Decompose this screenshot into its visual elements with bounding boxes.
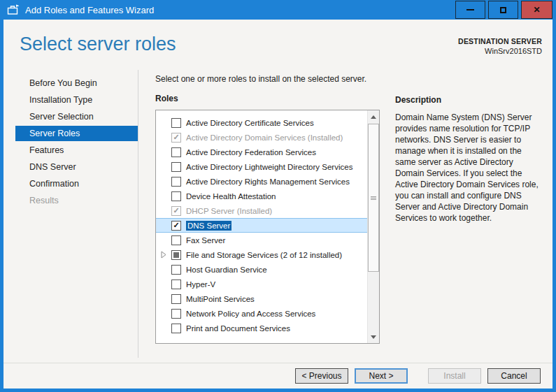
chevron-up-icon <box>371 115 376 119</box>
minimize-button[interactable] <box>455 1 485 19</box>
role-row-active-directory-domain-services-installed[interactable]: ✓Active Directory Domain Services (Insta… <box>156 130 367 145</box>
checkbox-unchecked[interactable] <box>171 265 181 275</box>
role-label: Active Directory Domain Services (Instal… <box>186 133 343 142</box>
window-border <box>553 20 556 392</box>
destination-label: DESTINATION SERVER <box>458 37 542 45</box>
window-border <box>0 20 3 392</box>
indeterminate-icon <box>173 252 179 258</box>
window-controls: ✕ <box>455 1 553 19</box>
role-row-active-directory-rights-management-services[interactable]: Active Directory Rights Management Servi… <box>156 174 367 189</box>
role-row-host-guardian-service[interactable]: Host Guardian Service <box>156 262 367 277</box>
role-label: Active Directory Lightweight Directory S… <box>186 163 352 171</box>
minimize-icon <box>466 9 474 10</box>
role-label: Host Guardian Service <box>186 266 267 274</box>
role-row-print-and-document-services[interactable]: Print and Document Services <box>156 321 367 335</box>
wizard-app-icon <box>7 4 20 15</box>
role-label: DNS Server <box>186 221 231 231</box>
checkbox-unchecked[interactable] <box>171 309 181 319</box>
window-border <box>0 389 556 392</box>
grip-icon <box>371 196 376 200</box>
sidebar-item-before-you-begin[interactable]: Before You Begin <box>15 75 138 91</box>
titlebar: Add Roles and Features Wizard ✕ <box>0 0 556 20</box>
scroll-up-button[interactable] <box>368 111 379 122</box>
role-label: Active Directory Rights Management Servi… <box>186 177 350 186</box>
role-label: DHCP Server (Installed) <box>186 207 272 215</box>
instruction-text: Select one or more roles to install on t… <box>155 74 366 84</box>
checkbox-unchecked[interactable] <box>171 235 181 245</box>
checkbox-indeterminate[interactable] <box>171 250 181 260</box>
role-label: Network Policy and Access Services <box>186 310 315 318</box>
chevron-down-icon <box>371 335 376 339</box>
sidebar-item-features[interactable]: Features <box>15 143 138 158</box>
role-label: MultiPoint Services <box>186 295 255 303</box>
role-label: Active Directory Certificate Services <box>186 119 314 127</box>
checkbox-unchecked[interactable] <box>171 280 181 289</box>
checkbox-checked-disabled[interactable]: ✓ <box>171 206 181 216</box>
checkbox-checked-disabled[interactable]: ✓ <box>171 133 181 143</box>
page-title: Select server roles <box>20 34 176 55</box>
role-row-device-health-attestation[interactable]: Device Health Attestation <box>156 189 367 203</box>
role-row-dns-server[interactable]: ✓DNS Server <box>156 218 367 233</box>
role-row-file-and-storage-services-2-of-12-installed[interactable]: File and Storage Services (2 of 12 insta… <box>156 247 367 262</box>
sidebar-item-dns-server[interactable]: DNS Server <box>15 159 138 175</box>
role-label: Device Health Attestation <box>186 192 276 201</box>
window-title: Add Roles and Features Wizard <box>25 5 154 15</box>
checkbox-unchecked[interactable] <box>171 177 181 187</box>
role-row-dhcp-server-installed[interactable]: ✓DHCP Server (Installed) <box>156 203 367 218</box>
description-text: Domain Name System (DNS) Server provides… <box>395 112 543 224</box>
sidebar-item-confirmation[interactable]: Confirmation <box>15 176 138 191</box>
destination-value: WinSrv2016STD <box>458 47 542 55</box>
maximize-icon <box>500 7 506 13</box>
role-row-active-directory-lightweight-directory-services[interactable]: Active Directory Lightweight Directory S… <box>156 159 367 174</box>
maximize-button[interactable] <box>488 1 518 19</box>
checkbox-unchecked[interactable] <box>171 118 181 128</box>
checkbox-unchecked[interactable] <box>171 191 181 201</box>
roles-label: Roles <box>155 94 178 103</box>
previous-button[interactable]: < Previous <box>295 368 348 384</box>
roles-scrollbar[interactable] <box>367 110 379 343</box>
role-row-active-directory-certificate-services[interactable]: Active Directory Certificate Services <box>156 115 367 130</box>
checkbox-unchecked[interactable] <box>171 162 181 172</box>
role-row-multipoint-services[interactable]: MultiPoint Services <box>156 291 367 306</box>
description-title: Description <box>395 95 441 105</box>
checkbox-unchecked[interactable] <box>171 294 181 304</box>
close-icon: ✕ <box>533 6 540 14</box>
footer-divider <box>3 363 553 363</box>
sidebar-divider <box>138 70 138 358</box>
checkbox-checked[interactable]: ✓ <box>171 221 181 231</box>
cancel-button[interactable]: Cancel <box>487 368 541 384</box>
role-row-active-directory-federation-services[interactable]: Active Directory Federation Services <box>156 145 367 159</box>
role-label: Active Directory Federation Services <box>186 148 316 157</box>
sidebar-item-installation-type[interactable]: Installation Type <box>15 92 138 108</box>
scroll-down-button[interactable] <box>368 331 379 342</box>
next-button[interactable]: Next > <box>355 368 408 384</box>
roles-listbox: Active Directory Certificate Services✓Ac… <box>155 110 380 344</box>
destination-server: DESTINATION SERVER WinSrv2016STD <box>458 37 542 55</box>
role-label: Hyper-V <box>186 280 215 289</box>
role-row-network-policy-and-access-services[interactable]: Network Policy and Access Services <box>156 306 367 321</box>
wizard-window: Add Roles and Features Wizard ✕ Select s… <box>0 0 556 392</box>
scrollbar-thumb[interactable] <box>368 124 379 272</box>
sidebar-item-server-roles[interactable]: Server Roles <box>15 126 138 141</box>
roles-rows: Active Directory Certificate Services✓Ac… <box>156 110 367 343</box>
checkbox-unchecked[interactable] <box>171 147 181 157</box>
close-button[interactable]: ✕ <box>521 1 553 19</box>
wizard-steps: Before You BeginInstallation TypeServer … <box>15 75 138 210</box>
role-row-hyper-v[interactable]: Hyper-V <box>156 277 367 291</box>
sidebar-item-server-selection[interactable]: Server Selection <box>15 109 138 124</box>
install-button: Install <box>428 368 481 384</box>
expand-icon[interactable] <box>158 251 169 259</box>
footer-buttons: < PreviousNext >InstallCancel <box>295 368 541 384</box>
sidebar-item-results[interactable]: Results <box>15 193 138 208</box>
checkbox-unchecked[interactable] <box>171 324 181 333</box>
role-label: Fax Server <box>186 236 225 245</box>
role-label: File and Storage Services (2 of 12 insta… <box>186 251 342 259</box>
role-label: Print and Document Services <box>186 324 290 333</box>
role-row-fax-server[interactable]: Fax Server <box>156 233 367 247</box>
